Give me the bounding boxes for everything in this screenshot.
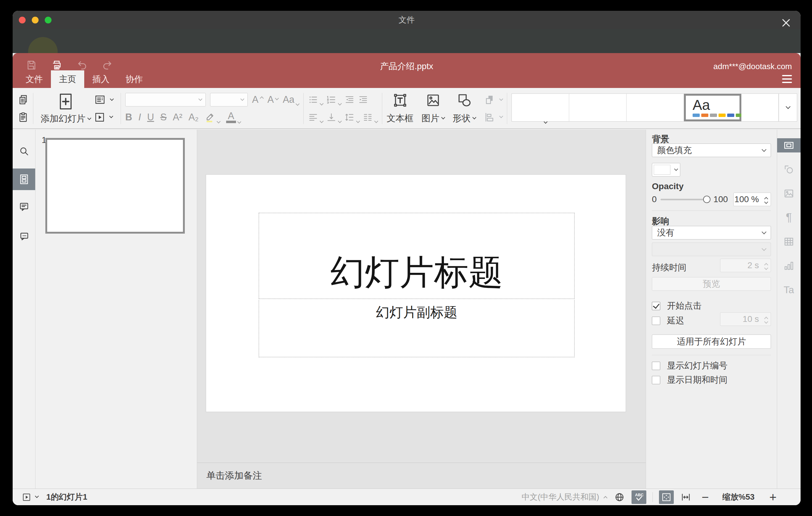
font-color-button[interactable]: A xyxy=(226,111,241,123)
increase-font-button[interactable]: A xyxy=(252,94,263,105)
zoom-in-button[interactable]: + xyxy=(770,491,777,503)
apply-to-all-slides-button[interactable]: 适用于所有幻灯片 xyxy=(652,335,771,349)
effect-select-value: 没有 xyxy=(657,227,674,238)
start-on-click-checkbox[interactable] xyxy=(652,302,660,310)
paragraph-settings-icon[interactable]: ¶ xyxy=(786,212,792,223)
background-color-picker[interactable] xyxy=(652,163,680,176)
arrange-shape-button[interactable] xyxy=(484,94,502,105)
duration-value: 2 s xyxy=(720,260,761,270)
duration-spinner[interactable]: 2 s xyxy=(720,259,771,272)
notes-area[interactable]: 单击添加备注 xyxy=(197,463,646,489)
start-slideshow-status-icon[interactable] xyxy=(22,492,31,502)
vertical-align-button[interactable] xyxy=(326,112,341,122)
horizontal-align-button[interactable] xyxy=(308,112,323,122)
slides-panel-tab-selected[interactable] xyxy=(13,169,35,190)
image-settings-icon[interactable] xyxy=(783,188,794,199)
globe-icon[interactable] xyxy=(614,492,625,503)
numbered-list-button[interactable] xyxy=(326,94,341,105)
textbox-label-row: 文本框 xyxy=(386,112,413,125)
strikethrough-button[interactable]: S xyxy=(160,112,167,123)
opacity-spinner[interactable]: 100 % xyxy=(733,193,771,206)
fit-to-slide-button[interactable] xyxy=(659,490,674,504)
dialog-header xyxy=(13,29,801,53)
spellcheck-button[interactable]: ABC xyxy=(632,490,646,504)
close-icon[interactable] xyxy=(780,16,792,29)
align-shape-button[interactable] xyxy=(484,112,502,123)
slide-subtitle-text: 幻灯片副标题 xyxy=(376,304,458,322)
theme-thumbnail[interactable] xyxy=(627,94,684,121)
show-date-time-checkbox[interactable] xyxy=(652,376,660,384)
opacity-slider[interactable] xyxy=(661,199,707,200)
underline-button[interactable]: U xyxy=(147,112,154,123)
line-spacing-button[interactable] xyxy=(344,112,359,122)
fill-select-value: 颜色填充 xyxy=(657,144,692,156)
font-group: A A Aa B I U S A² A₂ xyxy=(125,91,299,126)
subscript-button[interactable]: A₂ xyxy=(188,112,199,123)
background-fill-select[interactable]: 颜色填充 xyxy=(652,144,771,157)
slides-panel: 1 xyxy=(35,130,197,489)
subtitle-placeholder[interactable]: 幻灯片副标题 xyxy=(259,298,575,357)
italic-button[interactable]: I xyxy=(138,112,141,123)
bold-button[interactable]: B xyxy=(125,112,132,123)
language-label[interactable]: 中文(中华人民共和国) xyxy=(522,492,599,503)
effect-select[interactable]: 没有 xyxy=(652,226,771,239)
tab-insert[interactable]: 插入 xyxy=(84,70,118,88)
font-size-combobox[interactable] xyxy=(210,93,248,107)
delay-checkbox[interactable] xyxy=(652,317,660,325)
theme-thumbnail[interactable] xyxy=(512,94,569,121)
font-name-combobox[interactable] xyxy=(125,93,206,107)
tab-collaboration[interactable]: 协作 xyxy=(118,70,151,88)
search-icon[interactable] xyxy=(19,146,30,157)
paste-icon[interactable] xyxy=(18,112,29,123)
delay-spinner[interactable]: 10 s xyxy=(720,312,771,326)
insert-shape-button[interactable]: 形状 xyxy=(453,91,476,126)
add-slide-button[interactable]: 添加幻灯片 xyxy=(41,91,91,126)
highlight-color-button[interactable] xyxy=(205,112,220,123)
superscript-button[interactable]: A² xyxy=(173,112,182,123)
theme-thumbnail[interactable] xyxy=(569,94,627,121)
chevron-down-icon[interactable] xyxy=(764,200,768,204)
theme-thumbnail[interactable] xyxy=(741,94,779,121)
copy-icon[interactable] xyxy=(18,94,29,105)
chevron-down-icon[interactable] xyxy=(35,494,39,498)
textart-settings-icon[interactable]: Ta xyxy=(784,284,794,295)
slide-layout-button[interactable] xyxy=(94,94,113,105)
theme-thumbnail-selected[interactable]: Aa xyxy=(684,94,741,121)
title-placeholder[interactable]: 幻灯片标题 xyxy=(259,212,575,299)
chevron-down-icon[interactable] xyxy=(764,266,768,270)
menu-icon[interactable] xyxy=(782,75,792,83)
zoom-out-button[interactable]: − xyxy=(701,491,709,503)
columns-button[interactable] xyxy=(362,112,378,122)
slide-settings-tab-selected[interactable] xyxy=(777,138,801,152)
shape-settings-icon[interactable] xyxy=(783,164,794,175)
table-settings-icon[interactable] xyxy=(783,236,794,247)
slide-thumbnail[interactable] xyxy=(45,138,185,234)
chart-settings-icon[interactable] xyxy=(783,260,794,271)
preview-button[interactable]: 预览 xyxy=(652,277,771,291)
slider-knob[interactable] xyxy=(703,196,710,203)
decrease-font-button[interactable]: A xyxy=(267,94,279,105)
fit-to-width-button[interactable] xyxy=(680,492,691,503)
content-area: 1 幻灯片标题 幻灯片副标题 单击添加备注 背景 颜色填充 xyxy=(13,130,801,489)
swatch xyxy=(719,114,726,117)
decrease-indent-icon[interactable] xyxy=(344,94,355,105)
tab-file[interactable]: 文件 xyxy=(18,70,51,88)
increase-indent-icon[interactable] xyxy=(358,94,368,105)
theme-gallery-expand-button[interactable] xyxy=(779,94,797,121)
show-slide-number-label: 显示幻灯片编号 xyxy=(667,360,727,372)
effect-type-select[interactable] xyxy=(652,242,771,256)
start-slideshow-button[interactable] xyxy=(94,112,113,123)
slide[interactable]: 幻灯片标题 幻灯片副标题 xyxy=(206,174,626,412)
chevron-down-icon xyxy=(216,119,221,123)
change-case-button[interactable]: Aa xyxy=(283,94,299,105)
tab-home[interactable]: 主页 xyxy=(51,70,84,88)
align-shapes-icon xyxy=(484,112,495,123)
comments-icon[interactable] xyxy=(19,201,30,212)
editor-header: 产品介绍.pptx adm***@dootask.com 文件 主页 插入 协作 xyxy=(13,53,801,88)
insert-image-button[interactable]: 图片 xyxy=(422,91,444,126)
chevron-down-icon[interactable] xyxy=(764,320,768,324)
insert-textbox-button[interactable]: 文本框 xyxy=(386,91,413,126)
show-slide-number-checkbox[interactable] xyxy=(652,362,660,370)
chat-icon[interactable] xyxy=(19,231,30,242)
bullet-list-button[interactable] xyxy=(308,94,323,105)
